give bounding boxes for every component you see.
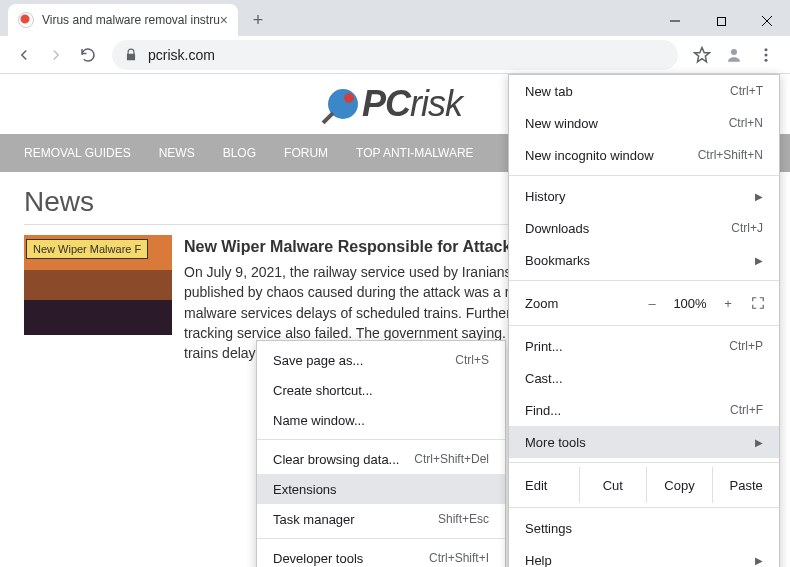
svg-point-5 [765,48,768,51]
logo-brand-b: risk [410,83,462,125]
menu-edit-row: Edit Cut Copy Paste [509,467,779,503]
menu-help[interactable]: Help▶ [509,544,779,567]
zoom-in-button[interactable]: + [713,296,743,311]
zoom-out-button[interactable]: – [637,296,667,311]
menu-shortcut: Shift+Esc [438,512,489,526]
chevron-right-icon: ▶ [755,437,763,448]
more-tools-submenu: Save page as...Ctrl+S Create shortcut...… [256,340,506,567]
menu-find[interactable]: Find...Ctrl+F [509,394,779,426]
submenu-name-window[interactable]: Name window... [257,405,505,435]
maximize-button[interactable] [698,6,744,36]
menu-label: Bookmarks [525,253,590,268]
menu-new-window[interactable]: New windowCtrl+N [509,107,779,139]
menu-shortcut: Ctrl+Shift+I [429,551,489,565]
menu-shortcut: Ctrl+Shift+N [698,148,763,162]
browser-tab[interactable]: Virus and malware removal instru × [8,4,238,36]
forward-button[interactable] [40,39,72,71]
back-button[interactable] [8,39,40,71]
svg-point-7 [765,58,768,61]
menu-separator [509,462,779,463]
menu-separator [509,175,779,176]
menu-print[interactable]: Print...Ctrl+P [509,330,779,362]
zoom-value: 100% [667,296,713,311]
menu-label: New incognito window [525,148,654,163]
address-bar[interactable]: pcrisk.com [112,40,678,70]
submenu-clear-browsing[interactable]: Clear browsing data...Ctrl+Shift+Del [257,444,505,474]
tab-favicon [18,12,34,28]
menu-label: Save page as... [273,353,363,368]
url-text: pcrisk.com [148,47,215,63]
cut-button[interactable]: Cut [579,467,646,503]
menu-shortcut: Ctrl+Shift+Del [414,452,489,466]
logo-ball-icon [328,89,358,119]
main-menu: New tabCtrl+T New windowCtrl+N New incog… [508,74,780,567]
menu-label: New window [525,116,598,131]
menu-label: Cast... [525,371,563,386]
menu-settings[interactable]: Settings [509,512,779,544]
fullscreen-icon[interactable] [743,296,773,310]
submenu-extensions[interactable]: Extensions [257,474,505,504]
submenu-developer-tools[interactable]: Developer toolsCtrl+Shift+I [257,543,505,567]
menu-separator [509,325,779,326]
menu-shortcut: Ctrl+J [731,221,763,235]
window-titlebar: Virus and malware removal instru × + [0,0,790,36]
menu-label: Create shortcut... [273,383,373,398]
lock-icon [124,48,138,62]
site-logo[interactable]: PCrisk [328,83,462,125]
menu-cast[interactable]: Cast... [509,362,779,394]
nav-forum[interactable]: FORUM [284,146,328,160]
window-controls [652,6,790,36]
submenu-create-shortcut[interactable]: Create shortcut... [257,375,505,405]
new-tab-button[interactable]: + [244,6,272,34]
menu-downloads[interactable]: DownloadsCtrl+J [509,212,779,244]
svg-point-6 [765,53,768,56]
chevron-right-icon: ▶ [755,255,763,266]
menu-shortcut: Ctrl+F [730,403,763,417]
menu-label: History [525,189,565,204]
submenu-task-manager[interactable]: Task managerShift+Esc [257,504,505,534]
minimize-button[interactable] [652,6,698,36]
nav-removal-guides[interactable]: REMOVAL GUIDES [24,146,131,160]
chevron-right-icon: ▶ [755,191,763,202]
menu-label: Extensions [273,482,337,497]
menu-label: Find... [525,403,561,418]
menu-label: Clear browsing data... [273,452,399,467]
menu-separator [257,439,505,440]
star-icon[interactable] [686,39,718,71]
menu-label: Downloads [525,221,589,236]
menu-separator [509,280,779,281]
close-tab-icon[interactable]: × [220,12,228,28]
menu-new-tab[interactable]: New tabCtrl+T [509,75,779,107]
zoom-label: Zoom [525,296,637,311]
menu-label: Task manager [273,512,355,527]
profile-icon[interactable] [718,39,750,71]
reload-button[interactable] [72,39,104,71]
paste-button[interactable]: Paste [712,467,779,503]
nav-top-antimalware[interactable]: TOP ANTI-MALWARE [356,146,474,160]
edit-label: Edit [509,478,579,493]
submenu-save-page[interactable]: Save page as...Ctrl+S [257,345,505,375]
menu-label: Developer tools [273,551,363,566]
menu-new-incognito[interactable]: New incognito windowCtrl+Shift+N [509,139,779,171]
menu-label: More tools [525,435,586,450]
svg-point-4 [731,49,737,55]
menu-label: Help [525,553,552,568]
menu-history[interactable]: History▶ [509,180,779,212]
kebab-menu-icon[interactable] [750,39,782,71]
copy-button[interactable]: Copy [646,467,713,503]
close-window-button[interactable] [744,6,790,36]
chevron-right-icon: ▶ [755,555,763,566]
menu-separator [257,538,505,539]
menu-label: Settings [525,521,572,536]
menu-zoom-row: Zoom – 100% + [509,285,779,321]
menu-label: Name window... [273,413,365,428]
nav-blog[interactable]: BLOG [223,146,256,160]
nav-news[interactable]: NEWS [159,146,195,160]
thumb-caption: New Wiper Malware F [26,239,148,259]
menu-more-tools[interactable]: More tools▶ [509,426,779,458]
menu-shortcut: Ctrl+P [729,339,763,353]
article-thumbnail[interactable]: New Wiper Malware F [24,235,172,335]
menu-shortcut: Ctrl+N [729,116,763,130]
menu-separator [509,507,779,508]
menu-bookmarks[interactable]: Bookmarks▶ [509,244,779,276]
